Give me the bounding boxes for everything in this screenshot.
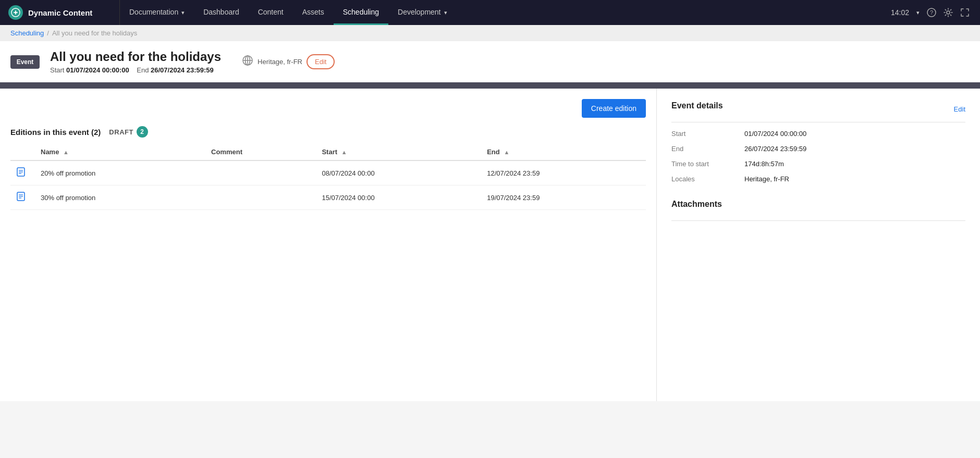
table-row[interactable]: 20% off promotion 08/07/2024 00:00 12/07… <box>10 160 646 185</box>
brand-logo <box>8 5 23 20</box>
table-header-row: Name ▲ Comment Start ▲ End ▲ <box>10 144 646 160</box>
detail-label: Time to start <box>671 160 744 168</box>
chevron-down-icon <box>181 8 185 16</box>
fullscreen-button[interactable] <box>960 8 970 17</box>
start-label: Start <box>50 66 64 74</box>
svg-point-1 <box>15 11 17 14</box>
settings-button[interactable] <box>944 8 953 17</box>
col-start[interactable]: Start ▲ <box>315 144 481 160</box>
left-panel: Create edition Editions in this event (2… <box>0 89 657 401</box>
nav-item-documentation[interactable]: Documentation <box>120 0 194 25</box>
row-end: 19/07/2024 23:59 <box>481 185 646 210</box>
breadcrumb-current: All you need for the holidays <box>52 29 137 37</box>
col-comment[interactable]: Comment <box>205 144 315 160</box>
row-comment <box>205 185 315 210</box>
top-nav: Dynamic Content Documentation Dashboard … <box>0 0 980 25</box>
row-start: 15/07/2024 00:00 <box>315 185 481 210</box>
nav-right: 14:02 ▾ ? <box>880 8 980 17</box>
nav-item-content[interactable]: Content <box>249 0 293 25</box>
row-name[interactable]: 20% off promotion <box>34 160 205 185</box>
chevron-down-icon-dev <box>444 8 447 16</box>
detail-label: Start <box>671 130 744 138</box>
sort-icon-start: ▲ <box>341 149 347 155</box>
globe-icon <box>242 55 253 69</box>
end-label: End <box>137 66 149 74</box>
row-name[interactable]: 30% off promotion <box>34 185 205 210</box>
event-info: All you need for the holidays Start 01/0… <box>50 49 221 74</box>
nav-scheduling-label: Scheduling <box>343 8 379 16</box>
detail-value: Heritage, fr-FR <box>744 175 965 183</box>
create-edition-button[interactable]: Create edition <box>582 99 646 118</box>
expand-icon: ▾ <box>916 9 920 16</box>
draft-label: DRAFT <box>109 128 133 136</box>
nav-time: 14:02 <box>891 8 909 17</box>
sort-icon-name: ▲ <box>63 149 69 155</box>
end-value: 26/07/2024 23:59:59 <box>151 66 214 74</box>
nav-development-label: Development <box>398 8 441 16</box>
event-edit-button[interactable]: Edit <box>307 54 335 69</box>
editions-table: Name ▲ Comment Start ▲ End ▲ <box>10 144 646 210</box>
row-comment <box>205 160 315 185</box>
row-start: 08/07/2024 00:00 <box>315 160 481 185</box>
event-meta: Start 01/07/2024 00:00:00 End 26/07/2024… <box>50 66 221 74</box>
col-icon <box>10 144 34 160</box>
document-icon <box>17 194 25 203</box>
brand-label: Dynamic Content <box>28 8 92 17</box>
toolbar-row: Create edition <box>10 99 646 118</box>
help-button[interactable]: ? <box>927 8 936 17</box>
nav-content-label: Content <box>258 8 284 16</box>
detail-value: 26/07/2024 23:59:59 <box>744 145 965 153</box>
sort-icon-end: ▲ <box>504 149 509 155</box>
nav-item-development[interactable]: Development <box>388 0 457 25</box>
nav-items: Documentation Dashboard Content Assets S… <box>120 0 880 25</box>
breadcrumb-parent[interactable]: Scheduling <box>10 29 44 37</box>
editions-section-header: Editions in this event (2) DRAFT 2 <box>10 126 646 138</box>
event-details-title: Event details <box>671 101 723 110</box>
event-badge: Event <box>10 55 40 69</box>
col-end[interactable]: End ▲ <box>481 144 646 160</box>
attachments-section: Attachments <box>671 200 965 221</box>
main-content: Create edition Editions in this event (2… <box>0 89 980 401</box>
col-name[interactable]: Name ▲ <box>34 144 205 160</box>
locale-text: Heritage, fr-FR <box>258 58 302 66</box>
event-details-grid: Start01/07/2024 00:00:00End26/07/2024 23… <box>671 130 965 183</box>
svg-text:?: ? <box>930 9 933 16</box>
right-panel: Event details Edit Start01/07/2024 00:00… <box>657 89 980 401</box>
col-end-label: End <box>487 148 500 156</box>
event-title: All you need for the holidays <box>50 49 221 64</box>
col-start-label: Start <box>322 148 337 156</box>
draft-badge: DRAFT 2 <box>109 126 148 138</box>
breadcrumb: Scheduling / All you need for the holida… <box>0 25 980 41</box>
nav-item-scheduling[interactable]: Scheduling <box>334 0 388 25</box>
document-icon <box>17 169 25 178</box>
editions-section-title: Editions in this event (2) <box>10 128 101 137</box>
nav-dashboard-label: Dashboard <box>203 8 239 16</box>
nav-assets-label: Assets <box>302 8 324 16</box>
event-header: Event All you need for the holidays Star… <box>0 41 980 84</box>
draft-count: 2 <box>137 126 148 138</box>
nav-item-dashboard[interactable]: Dashboard <box>194 0 249 25</box>
dark-band <box>0 84 980 89</box>
nav-brand[interactable]: Dynamic Content <box>0 0 120 25</box>
attachments-title: Attachments <box>671 200 722 209</box>
start-value: 01/07/2024 00:00:00 <box>66 66 129 74</box>
attachments-header: Attachments <box>671 200 965 221</box>
table-row[interactable]: 30% off promotion 15/07/2024 00:00 19/07… <box>10 185 646 210</box>
row-end: 12/07/2024 23:59 <box>481 160 646 185</box>
detail-label: End <box>671 145 744 153</box>
nav-item-assets[interactable]: Assets <box>293 0 334 25</box>
col-comment-label: Comment <box>211 148 242 156</box>
detail-value: 174d:8h:57m <box>744 160 965 168</box>
event-details-header: Event details Edit <box>671 101 965 122</box>
detail-label: Locales <box>671 175 744 183</box>
row-icon-cell <box>10 160 34 185</box>
nav-documentation-label: Documentation <box>129 8 178 16</box>
detail-value: 01/07/2024 00:00:00 <box>744 130 965 138</box>
event-details-edit-link[interactable]: Edit <box>954 105 965 113</box>
col-name-label: Name <box>41 148 59 156</box>
breadcrumb-separator: / <box>47 29 49 37</box>
locale-section: Heritage, fr-FR Edit <box>242 54 335 69</box>
row-icon-cell <box>10 185 34 210</box>
svg-point-4 <box>947 11 950 14</box>
